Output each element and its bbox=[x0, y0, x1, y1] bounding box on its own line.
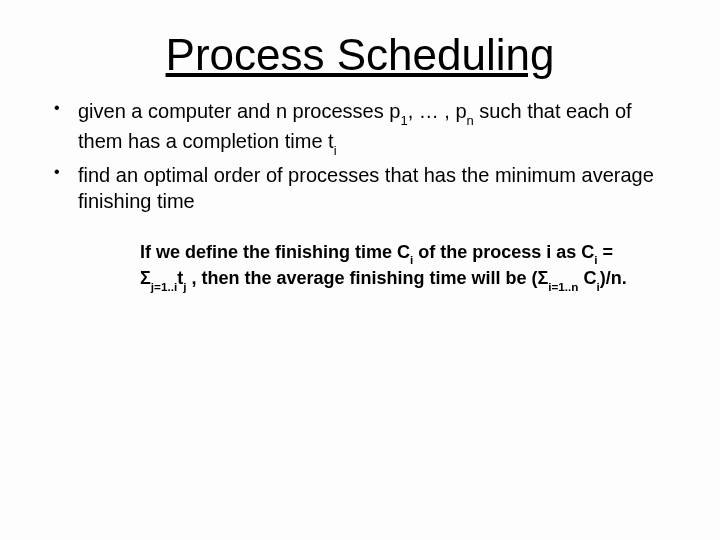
subscript: i bbox=[334, 143, 337, 158]
subscript: 1 bbox=[400, 113, 407, 128]
bullet-text: find an optimal order of processes that … bbox=[78, 164, 654, 212]
bullet-item: find an optimal order of processes that … bbox=[40, 162, 680, 214]
note-text: of the process i as C bbox=[413, 242, 594, 262]
slide: Process Scheduling given a computer and … bbox=[0, 0, 720, 540]
subscript: i=1..n bbox=[548, 280, 578, 293]
subscript: i bbox=[596, 280, 599, 293]
subscript: n bbox=[467, 113, 474, 128]
subscript: j=1..i bbox=[151, 280, 177, 293]
subscript: i bbox=[594, 253, 597, 266]
subscript: j bbox=[183, 280, 186, 293]
bullet-text: , … , p bbox=[408, 100, 467, 122]
bullet-list: given a computer and n processes p1, … ,… bbox=[30, 98, 690, 214]
definition-note: If we define the finishing time Ci of th… bbox=[140, 240, 630, 293]
note-text: C bbox=[578, 268, 596, 288]
note-text: )/n. bbox=[600, 268, 627, 288]
note-text: , then the average finishing time will b… bbox=[186, 268, 548, 288]
note-text: If we define the finishing time C bbox=[140, 242, 410, 262]
slide-title: Process Scheduling bbox=[30, 30, 690, 80]
subscript: i bbox=[410, 253, 413, 266]
bullet-text: given a computer and n processes p bbox=[78, 100, 400, 122]
bullet-item: given a computer and n processes p1, … ,… bbox=[40, 98, 680, 158]
